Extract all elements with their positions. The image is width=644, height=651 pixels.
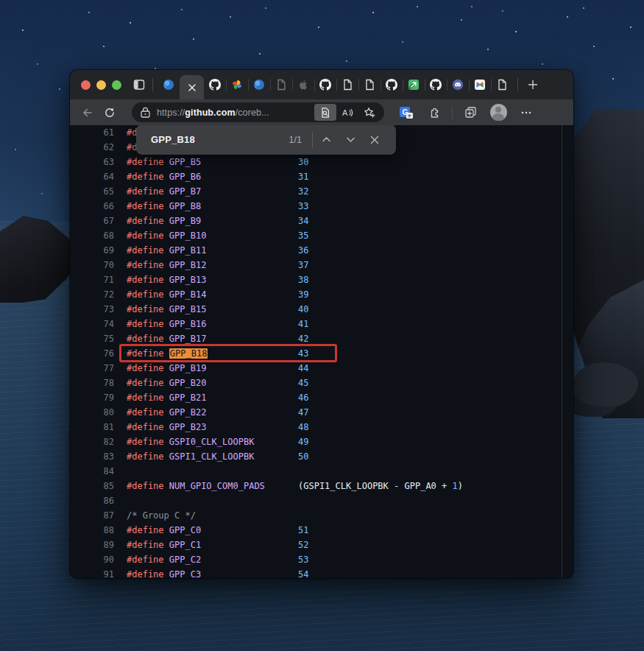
code-line: 81#define GPP_B2348: [70, 420, 573, 434]
line-number[interactable]: 85: [70, 479, 114, 493]
svg-text:A: A: [342, 108, 348, 117]
line-number[interactable]: 87: [70, 508, 114, 523]
code-text: #define GPP_C253: [127, 552, 573, 567]
code-line: 90#define GPP_C253: [70, 552, 573, 567]
minimize-window-button[interactable]: [96, 80, 106, 90]
document-icon: [364, 79, 375, 91]
tab-apple[interactable]: [292, 70, 314, 99]
document-icon: [342, 79, 353, 91]
line-number[interactable]: 88: [70, 523, 114, 538]
line-number[interactable]: 83: [70, 449, 114, 464]
chevron-down-icon: [345, 134, 356, 145]
tab-github[interactable]: [425, 70, 447, 99]
line-number[interactable]: 61: [70, 125, 114, 140]
tab-github[interactable]: [204, 70, 226, 99]
tab-doc-dim[interactable]: [270, 70, 292, 99]
line-number[interactable]: 64: [70, 169, 114, 184]
address-bar[interactable]: https://github.com/coreb... A: [132, 102, 384, 122]
tab-photos[interactable]: [226, 70, 248, 99]
line-number[interactable]: 70: [70, 258, 114, 272]
line-number[interactable]: 84: [70, 464, 114, 479]
tab-doc[interactable]: [491, 70, 513, 99]
zoom-window-button[interactable]: [112, 80, 121, 90]
stars: [0, 0, 1, 1]
profile-avatar: [490, 104, 507, 121]
line-number[interactable]: 76: [70, 346, 114, 361]
line-number[interactable]: 81: [70, 420, 114, 434]
line-number[interactable]: 75: [70, 331, 114, 346]
lock-icon[interactable]: [141, 107, 150, 118]
scrollbar-track[interactable]: [562, 125, 562, 578]
tab-discord[interactable]: [447, 70, 469, 99]
line-number[interactable]: 71: [70, 272, 114, 287]
code-text: #define GSPI0_CLK_LOOPBK49: [127, 434, 573, 449]
find-input[interactable]: GPP_B18: [151, 134, 195, 145]
line-number[interactable]: 68: [70, 228, 114, 243]
document-icon: [496, 79, 508, 91]
tab-green-app[interactable]: [403, 70, 425, 99]
line-number[interactable]: 73: [70, 302, 114, 317]
back-button[interactable]: [77, 102, 98, 123]
line-number[interactable]: 67: [70, 214, 114, 228]
find-on-page-button[interactable]: [314, 104, 336, 121]
next-match-button[interactable]: [339, 130, 361, 150]
collections-icon: [464, 105, 478, 119]
close-window-button[interactable]: [81, 80, 91, 90]
previous-match-button[interactable]: [315, 130, 337, 150]
translate-icon: G: [399, 105, 414, 120]
line-number[interactable]: 80: [70, 405, 114, 420]
browser-window: https://github.com/coreb... A G: [70, 70, 573, 578]
tab-active[interactable]: [180, 75, 204, 99]
code-line: 85#define NUM_GPIO_COM0_PADS(GSPI1_CLK_L…: [70, 479, 573, 493]
line-number[interactable]: 90: [70, 552, 114, 567]
tab-doc[interactable]: [358, 70, 381, 99]
line-number[interactable]: 78: [70, 376, 114, 390]
code-text: #define GPP_B1843: [127, 346, 573, 361]
extensions-button[interactable]: [424, 102, 445, 123]
line-number[interactable]: 89: [70, 538, 114, 552]
line-number[interactable]: 66: [70, 199, 114, 214]
code-line: 63#define GPP_B530: [70, 155, 573, 169]
tab-gmail[interactable]: [469, 70, 491, 99]
collections-button[interactable]: [460, 102, 481, 123]
tab-app-blue[interactable]: [158, 70, 180, 99]
find-bar: GPP_B18 1/1: [136, 125, 396, 155]
line-number[interactable]: 82: [70, 434, 114, 449]
refresh-button[interactable]: [99, 102, 120, 123]
divider: [312, 132, 313, 148]
code-text: /* Group C */: [127, 508, 573, 523]
read-aloud-button[interactable]: A: [336, 104, 358, 121]
profile-button[interactable]: [488, 102, 509, 123]
line-number[interactable]: 86: [70, 493, 114, 508]
line-number[interactable]: 65: [70, 184, 114, 199]
code-line: 83#define GSPI1_CLK_LOOPBK50: [70, 449, 573, 464]
more-button[interactable]: [516, 102, 537, 123]
code-text: #define GPP_C354: [127, 567, 573, 578]
tab-app-blue[interactable]: [248, 70, 270, 99]
line-number[interactable]: 69: [70, 243, 114, 258]
line-number[interactable]: 74: [70, 317, 114, 331]
line-number[interactable]: 79: [70, 390, 114, 405]
tab-github[interactable]: [314, 70, 336, 99]
new-tab-button[interactable]: [524, 76, 542, 94]
line-number[interactable]: 91: [70, 567, 114, 578]
tab-overview-button[interactable]: [130, 76, 148, 94]
tab-github[interactable]: [381, 70, 403, 99]
new-tab-icon: [527, 79, 539, 91]
code-line: 89#define GPP_C152: [70, 538, 573, 552]
github-icon: [430, 79, 442, 91]
close-find-button[interactable]: [364, 130, 386, 150]
url-path: /coreb...: [236, 108, 269, 118]
favorite-add-button[interactable]: [358, 104, 381, 121]
line-number[interactable]: 72: [70, 287, 114, 302]
code-line: 80#define GPP_B2247: [70, 405, 573, 420]
translate-button[interactable]: G: [396, 102, 417, 123]
code-text: #define GPP_B530: [127, 155, 573, 169]
line-number[interactable]: 77: [70, 361, 114, 376]
line-number[interactable]: 62: [70, 140, 114, 155]
google-photos-icon: [231, 79, 243, 91]
code-text: #define GPP_B631: [127, 169, 573, 184]
back-icon: [82, 107, 93, 119]
line-number[interactable]: 63: [70, 155, 114, 169]
tab-doc[interactable]: [336, 70, 358, 99]
